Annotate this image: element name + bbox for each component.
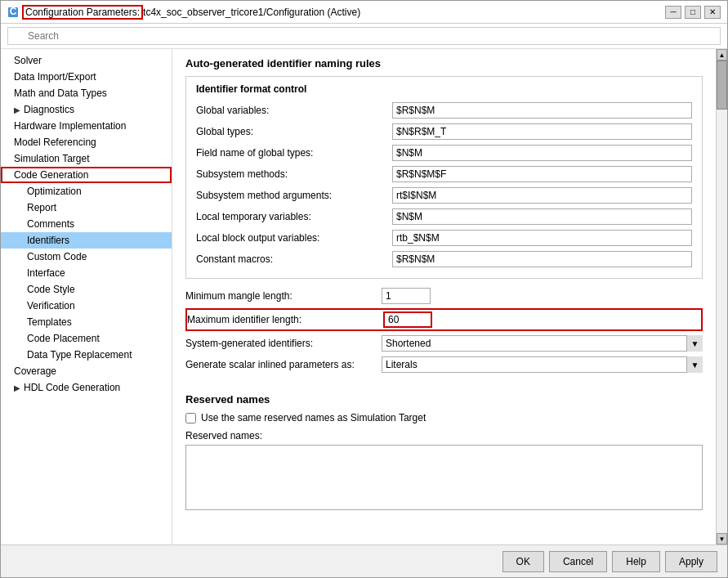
mangle-length-input[interactable] (382, 288, 431, 304)
sidebar-item-identifiers[interactable]: Identifiers (1, 232, 172, 249)
field-label: Global variables: (196, 105, 392, 116)
field-input[interactable] (392, 187, 692, 204)
app-icon: C (7, 7, 19, 18)
reserved-section: Reserved names Use the same reserved nam… (172, 385, 716, 521)
scroll-up-button[interactable]: ▲ (717, 49, 727, 60)
sidebar-item-label: Simulation Target (14, 153, 90, 164)
sidebar-item-hardware-implementation[interactable]: Hardware Implementation (1, 118, 172, 134)
identifier-format-subsection: Identifier format control Global variabl… (185, 76, 703, 279)
close-button[interactable]: ✕ (704, 6, 721, 19)
sidebar-item-code-style[interactable]: Code Style (1, 281, 172, 298)
scalar-select[interactable]: Literals Macros (382, 356, 703, 373)
minimize-button[interactable]: ─ (665, 6, 681, 19)
sidebar-item-label: Model Referencing (14, 137, 96, 148)
max-id-row: Maximum identifier length: (185, 308, 703, 331)
field-input[interactable] (392, 123, 692, 140)
sidebar-item-label: Identifiers (27, 235, 69, 246)
sidebar-item-model-referencing[interactable]: Model Referencing (1, 134, 172, 150)
apply-button[interactable]: Apply (665, 551, 717, 572)
sidebar-item-code-generation[interactable]: Code Generation (1, 167, 172, 183)
sidebar-item-report[interactable]: Report (1, 199, 172, 216)
field-input[interactable] (392, 166, 692, 182)
cancel-button[interactable]: Cancel (549, 551, 607, 572)
sidebar-item-interface[interactable]: Interface (1, 265, 172, 281)
field-row: Global variables: (196, 101, 692, 119)
field-row: Local temporary variables: (196, 208, 692, 226)
sidebar-item-verification[interactable]: Verification (1, 298, 172, 314)
sidebar-item-label: Data Import/Export (14, 71, 96, 83)
sys-gen-label: System-generated identifiers: (185, 338, 382, 349)
field-input[interactable] (392, 230, 692, 246)
sidebar-item-coverage[interactable]: Coverage (1, 363, 172, 379)
sidebar-item-comments[interactable]: Comments (1, 216, 172, 232)
sidebar-item-label: HDL Code Generation (24, 382, 120, 393)
max-id-input[interactable] (383, 311, 432, 328)
sidebar-item-simulation-target[interactable]: Simulation Target (1, 150, 172, 167)
sidebar-item-label: Verification (27, 300, 75, 311)
field-label: Constant macros: (196, 253, 392, 265)
sidebar-item-label: Diagnostics (24, 104, 74, 115)
window-controls: ─ □ ✕ (665, 6, 721, 19)
arrow-icon: ▶ (14, 105, 20, 114)
field-label: Local block output variables: (196, 232, 392, 244)
reserved-checkbox-label[interactable]: Use the same reserved names as Simulatio… (201, 412, 426, 423)
sidebar: SolverData Import/ExportMath and Data Ty… (1, 49, 172, 544)
sidebar-item-label: Report (27, 202, 56, 213)
field-label: Subsystem method arguments: (196, 190, 392, 201)
sidebar-item-code-placement[interactable]: Code Placement (1, 330, 172, 347)
title-rest: tc4x_soc_observer_tricore1/Configuration… (143, 7, 360, 18)
sidebar-item-math-data-types[interactable]: Math and Data Types (1, 85, 172, 101)
sidebar-item-label: Templates (27, 316, 72, 328)
search-input[interactable] (7, 27, 721, 45)
title-text: Configuration Parameters:tc4x_soc_observ… (22, 7, 360, 18)
scroll-thumb[interactable] (717, 60, 727, 110)
sidebar-item-optimization[interactable]: Optimization (1, 183, 172, 199)
reserved-names-label: Reserved names: (185, 430, 703, 441)
help-button[interactable]: Help (612, 551, 660, 572)
sidebar-item-templates[interactable]: Templates (1, 314, 172, 330)
reserved-names-textarea[interactable] (185, 445, 703, 510)
field-row: Constant macros: (196, 250, 692, 268)
field-row: Subsystem method arguments: (196, 186, 692, 204)
sidebar-item-diagnostics[interactable]: ▶Diagnostics (1, 101, 172, 118)
search-wrapper: 🔍 (7, 27, 721, 45)
scrollbar[interactable]: ▲ ▼ (716, 49, 727, 544)
field-input[interactable] (392, 145, 692, 161)
title-bar-left: C Configuration Parameters:tc4x_soc_obse… (7, 7, 360, 18)
field-row: Local block output variables: (196, 229, 692, 247)
section-title: Auto-generated identifier naming rules (185, 57, 703, 69)
panel-section: Auto-generated identifier naming rules I… (172, 49, 716, 385)
field-row: Field name of global types: (196, 144, 692, 162)
sidebar-item-label: Optimization (27, 186, 82, 197)
title-highlight: Configuration Parameters: (22, 5, 143, 20)
reserved-title: Reserved names (185, 393, 703, 405)
sys-gen-row: System-generated identifiers: Shortened … (185, 334, 703, 352)
sidebar-item-label: Code Placement (27, 333, 100, 344)
sidebar-item-label: Comments (27, 218, 74, 230)
field-label: Global types: (196, 126, 392, 137)
field-input[interactable] (392, 208, 692, 225)
scroll-down-button[interactable]: ▼ (717, 533, 727, 544)
sidebar-item-data-type-replacement[interactable]: Data Type Replacement (1, 347, 172, 363)
scalar-arrow-icon: ▼ (686, 356, 703, 373)
sidebar-item-hdl-code-generation[interactable]: ▶HDL Code Generation (1, 379, 172, 396)
main-window: C Configuration Parameters:tc4x_soc_obse… (0, 0, 728, 578)
ok-button[interactable]: OK (502, 551, 544, 572)
field-row: Subsystem methods: (196, 165, 692, 183)
field-label: Field name of global types: (196, 147, 392, 159)
sidebar-item-custom-code[interactable]: Custom Code (1, 249, 172, 265)
reserved-checkbox[interactable] (185, 413, 196, 423)
scalar-select-wrapper: Literals Macros ▼ (382, 356, 703, 373)
field-row: Global types: (196, 123, 692, 141)
field-input[interactable] (392, 102, 692, 119)
bottom-bar: OK Cancel Help Apply (1, 544, 727, 577)
maximize-button[interactable]: □ (685, 6, 701, 19)
sidebar-item-data-import-export[interactable]: Data Import/Export (1, 69, 172, 85)
main-content: SolverData Import/ExportMath and Data Ty… (1, 49, 727, 544)
field-input[interactable] (392, 251, 692, 267)
sidebar-item-solver[interactable]: Solver (1, 52, 172, 69)
sidebar-item-label: Code Generation (14, 169, 88, 181)
sys-gen-select[interactable]: Shortened Unique to each model (382, 335, 703, 352)
mangle-label: Minimum mangle length: (185, 290, 382, 302)
search-bar: 🔍 (1, 24, 727, 49)
